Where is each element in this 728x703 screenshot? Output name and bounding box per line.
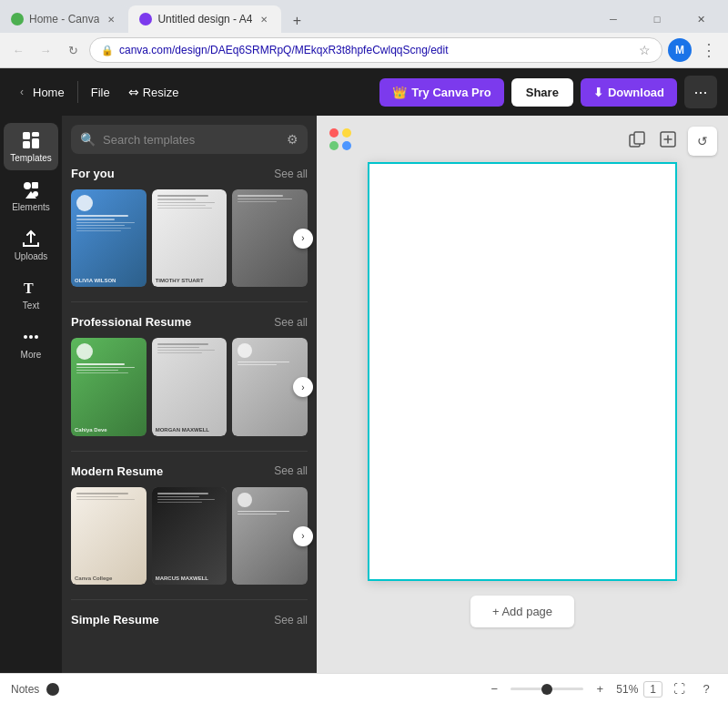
see-all-professional[interactable]: See all [274, 316, 308, 329]
profile-button[interactable]: M [668, 38, 692, 62]
notes-dot[interactable] [46, 683, 59, 696]
template-item-t4[interactable]: Cahiya Deve [71, 338, 147, 435]
svg-rect-5 [32, 182, 38, 188]
tab-bar: Home - Canva ✕ Untitled design - A4 ✕ + … [0, 0, 728, 33]
filter-icon[interactable]: ⚙ [287, 132, 298, 147]
svg-point-12 [329, 128, 339, 138]
template-item-t1[interactable]: OLIVIA WILSON [71, 189, 147, 287]
back-chevron-icon: ‹ [20, 86, 24, 98]
svg-point-4 [24, 182, 31, 189]
lock-icon: 🔒 [101, 45, 114, 56]
template-item-t5[interactable]: MORGAN MAXWELL [152, 338, 228, 435]
try-pro-button[interactable]: 👑 Try Canva Pro [379, 78, 503, 107]
tab-favicon-1 [11, 13, 24, 25]
help-button[interactable]: ? [695, 678, 717, 700]
svg-point-11 [35, 335, 38, 339]
add-page-label-button[interactable]: + Add page [470, 596, 574, 627]
section-header-simple: Simple Resume See all [71, 613, 308, 627]
browser-chrome: Home - Canva ✕ Untitled design - A4 ✕ + … [0, 0, 728, 68]
browser-more-button[interactable]: ⋮ [697, 38, 721, 62]
home-button[interactable]: ‹ Home [11, 80, 74, 105]
svg-text:T: T [24, 280, 34, 296]
sidebar-item-text[interactable]: T Text [4, 270, 58, 318]
sidebar-item-templates[interactable]: Templates [4, 123, 58, 170]
tab-close-2[interactable]: ✕ [258, 13, 270, 25]
window-controls: ─ □ ✕ [593, 5, 728, 33]
for-you-next-arrow[interactable]: › [293, 229, 313, 249]
add-page-button[interactable] [655, 127, 681, 152]
see-all-simple[interactable]: See all [274, 614, 308, 627]
resize-label: Resize [143, 86, 179, 99]
divider-3 [71, 599, 308, 600]
file-menu-button[interactable]: File [82, 80, 119, 105]
new-tab-button[interactable]: + [285, 9, 308, 33]
sidebar-item-elements[interactable]: Elements [4, 172, 58, 219]
canvas-top-tools [624, 127, 681, 152]
see-all-modern[interactable]: See all [274, 464, 308, 477]
uploads-label: Uploads [15, 251, 48, 261]
section-header-modern: Modern Resume See all [71, 464, 308, 478]
zoom-slider[interactable] [511, 688, 583, 690]
section-title-professional: Professional Resume [71, 315, 191, 329]
zoom-controls: − + 51% 1 ⛶ ? [483, 678, 717, 700]
section-title-modern: Modern Resume [71, 464, 163, 478]
design-canvas[interactable] [368, 162, 677, 581]
text-label: Text [23, 301, 39, 311]
template-item-t7[interactable]: Canva College [71, 487, 147, 585]
sidebar-item-more[interactable]: More [4, 320, 58, 367]
forward-button[interactable]: → [35, 39, 56, 61]
section-header-professional: Professional Resume See all [71, 315, 308, 329]
browser-tab-1[interactable]: Home - Canva ✕ [0, 5, 128, 33]
add-page-text: + Add page [492, 605, 552, 618]
svg-point-10 [29, 335, 33, 339]
address-bar: ← → ↻ 🔒 canva.com/design/DAEq6SRMRpQ/MEk… [0, 33, 728, 67]
close-button[interactable]: ✕ [681, 5, 721, 33]
canva-app: ‹ Home File ⇔ Resize 👑 Try Canva Pro Sha… [0, 68, 728, 703]
minimize-button[interactable]: ─ [593, 5, 633, 33]
template-item-t2[interactable]: TIMOTHY STUART [152, 189, 228, 287]
template-item-t8[interactable]: MARCUS MAXWELL [152, 487, 228, 585]
main-area: Templates Elements [0, 116, 728, 673]
svg-point-9 [24, 335, 27, 339]
more-options-button[interactable]: ··· [684, 76, 717, 108]
modern-next-arrow[interactable]: › [293, 526, 313, 546]
svg-rect-7 [33, 191, 38, 197]
fullscreen-button[interactable]: ⛶ [668, 678, 690, 700]
uploads-icon [21, 229, 41, 249]
templates-grid-professional: Cahiya Deve [71, 338, 308, 435]
url-bar[interactable]: 🔒 canva.com/design/DAEq6SRMRpQ/MEkqxR3t8… [89, 37, 662, 63]
tab-label-1: Home - Canva [29, 13, 99, 25]
svg-rect-2 [23, 141, 30, 148]
back-button[interactable]: ← [7, 39, 29, 61]
sidebar-item-uploads[interactable]: Uploads [4, 221, 58, 269]
see-all-for-you[interactable]: See all [274, 168, 308, 180]
templates-grid-for-you: OLIVIA WILSON [71, 189, 308, 287]
color-palette-icon[interactable] [328, 127, 353, 156]
more-icon [21, 327, 41, 347]
search-input[interactable] [103, 133, 279, 147]
reload-button[interactable]: ↻ [62, 39, 84, 61]
section-title-simple: Simple Resume [71, 613, 159, 627]
more-label: More [21, 350, 42, 360]
templates-grid-modern: Canva College [71, 487, 308, 585]
browser-tab-2[interactable]: Untitled design - A4 ✕ [128, 5, 281, 33]
share-button[interactable]: Share [511, 78, 573, 107]
zoom-in-button[interactable]: + [589, 678, 611, 700]
svg-point-13 [342, 128, 351, 138]
resize-button[interactable]: ⇔ Resize [119, 79, 188, 105]
tab-close-1[interactable]: ✕ [105, 13, 117, 25]
more-icon: ··· [693, 83, 707, 102]
svg-rect-0 [23, 132, 30, 139]
elements-icon [21, 179, 41, 199]
crown-icon: 👑 [392, 86, 407, 99]
share-label: Share [526, 86, 559, 99]
download-button[interactable]: ⬇ Download [581, 78, 677, 107]
duplicate-page-button[interactable] [624, 127, 650, 152]
url-text: canva.com/design/DAEq6SRMRpQ/MEkqxR3t8hp… [119, 44, 633, 56]
maximize-button[interactable]: □ [637, 5, 677, 33]
reset-button[interactable]: ↺ [688, 127, 717, 156]
professional-next-arrow[interactable]: › [293, 377, 313, 397]
section-professional-resume: Professional Resume See all [71, 315, 308, 435]
notes-label: Notes [11, 683, 39, 696]
zoom-out-button[interactable]: − [483, 678, 505, 700]
